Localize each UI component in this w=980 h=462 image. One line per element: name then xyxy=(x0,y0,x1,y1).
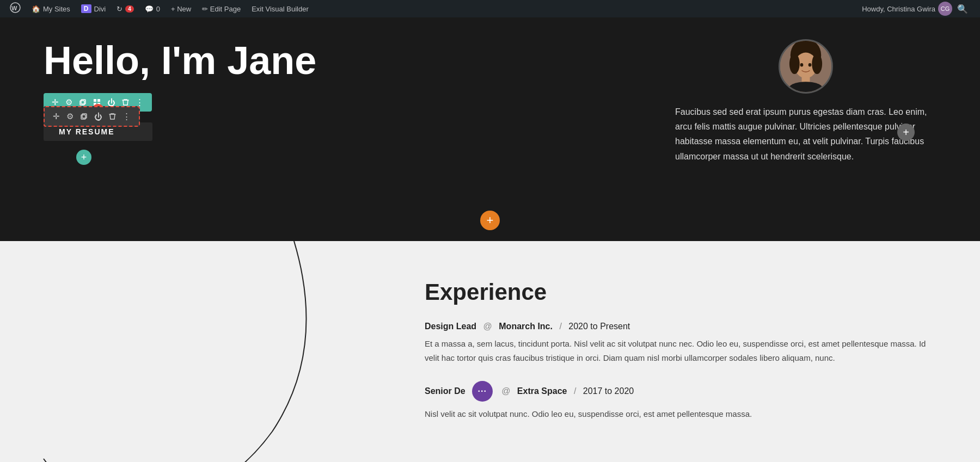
wp-icon: W xyxy=(10,2,21,16)
svg-rect-2 xyxy=(80,101,84,105)
job-company-1: Monarch Inc. xyxy=(499,322,553,331)
wp-logo[interactable]: W xyxy=(4,0,26,17)
hero-title: Hello, I'm Jane xyxy=(44,39,664,82)
admin-bar: W 🏠 My Sites D Divi ↻ 4 💬 0 + New ✏ Edit… xyxy=(0,0,980,17)
job-desc-1: Et a massa a, sem lacus, tincidunt porta… xyxy=(425,337,936,365)
avatar xyxy=(779,39,833,94)
hero-section: Hello, I'm Jane ✛ ⚙ ⏻ ⋮ 1 xyxy=(0,17,980,202)
job-sep-1: / xyxy=(557,322,564,331)
svg-point-18 xyxy=(808,63,812,67)
howdy-text: Howdy, Christina Gwira xyxy=(862,5,935,13)
add-row-area: + xyxy=(0,202,980,241)
svg-rect-4 xyxy=(94,99,96,102)
job-period-2: 2017 to 2020 xyxy=(583,386,634,396)
adminbar-right: Howdy, Christina Gwira CG 🔍 xyxy=(862,2,976,16)
experience-content: Experience Design Lead @ Monarch Inc. / … xyxy=(392,274,936,438)
search-button[interactable]: 🔍 xyxy=(955,2,970,16)
job-entry-1: Design Lead @ Monarch Inc. / 2020 to Pre… xyxy=(425,322,936,365)
page-wrapper: Hello, I'm Jane ✛ ⚙ ⏻ ⋮ 1 xyxy=(0,17,980,462)
svg-rect-3 xyxy=(81,100,85,104)
hero-right: Faucibus sed sed erat ipsum purus egesta… xyxy=(664,34,936,164)
hero-left: Hello, I'm Jane ✛ ⚙ ⏻ ⋮ 1 xyxy=(44,34,664,165)
dark-clone-button[interactable] xyxy=(77,111,90,122)
job-at-1: @ xyxy=(481,322,494,331)
divi-icon: D xyxy=(81,4,91,13)
job-desc-2: Nisl velit ac sit volutpat nunc. Odio le… xyxy=(425,407,936,421)
dark-delete-button[interactable] xyxy=(106,111,119,122)
experience-section: Experience Design Lead @ Monarch Inc. / … xyxy=(0,241,980,462)
comments-icon: 💬 xyxy=(145,5,154,13)
purple-dots-menu[interactable]: ··· xyxy=(472,381,493,402)
updates-icon: ↻ xyxy=(117,5,122,13)
add-column-button[interactable]: + xyxy=(897,124,915,141)
dark-move-handle[interactable]: ✛ xyxy=(50,110,63,123)
updates-menu[interactable]: ↻ 4 xyxy=(111,0,139,17)
svg-rect-8 xyxy=(81,115,85,119)
svg-point-13 xyxy=(789,54,800,75)
svg-rect-9 xyxy=(82,114,87,118)
dark-toggle-button[interactable]: ⏻ xyxy=(91,110,105,123)
home-icon: 🏠 xyxy=(32,5,40,13)
user-avatar[interactable]: CG xyxy=(938,2,952,16)
job-sep-2: / xyxy=(571,386,578,396)
edit-page-button[interactable]: ✏ Edit Page xyxy=(197,0,246,17)
dark-more-button[interactable]: ⋮ xyxy=(120,110,133,123)
svg-point-17 xyxy=(800,63,804,67)
job-title-2: Senior De xyxy=(425,386,465,396)
my-sites-menu[interactable]: 🏠 My Sites xyxy=(26,0,76,17)
curve-svg xyxy=(0,241,348,462)
svg-text:W: W xyxy=(11,5,17,11)
experience-left-decoration xyxy=(44,274,392,438)
job-company-2: Extra Space xyxy=(517,386,567,396)
module-toolbar-dark: ✛ ⚙ ⏻ ⋮ xyxy=(44,106,140,127)
add-row-button[interactable]: + xyxy=(480,211,500,230)
job-period-1: 2020 to Present xyxy=(568,322,630,331)
job-title-1: Design Lead xyxy=(425,322,476,331)
comments-menu[interactable]: 💬 0 xyxy=(139,0,166,17)
resume-button[interactable]: MY RESUME xyxy=(54,125,119,138)
exit-visual-builder-button[interactable]: Exit Visual Builder xyxy=(246,0,314,17)
divi-menu[interactable]: D Divi xyxy=(76,0,111,17)
dark-settings-button[interactable]: ⚙ xyxy=(64,110,76,123)
svg-rect-5 xyxy=(97,99,100,102)
job-at-2: @ xyxy=(499,386,513,396)
svg-point-14 xyxy=(812,54,822,75)
job-title-row-1: Design Lead @ Monarch Inc. / 2020 to Pre… xyxy=(425,322,936,331)
new-menu[interactable]: + New xyxy=(166,0,197,17)
job-entry-2: Senior De ··· @ Extra Space / 2017 to 20… xyxy=(425,381,936,421)
job-title-row-2: Senior De ··· @ Extra Space / 2017 to 20… xyxy=(425,381,936,402)
add-module-below[interactable]: + xyxy=(76,150,91,165)
experience-title: Experience xyxy=(425,279,936,305)
